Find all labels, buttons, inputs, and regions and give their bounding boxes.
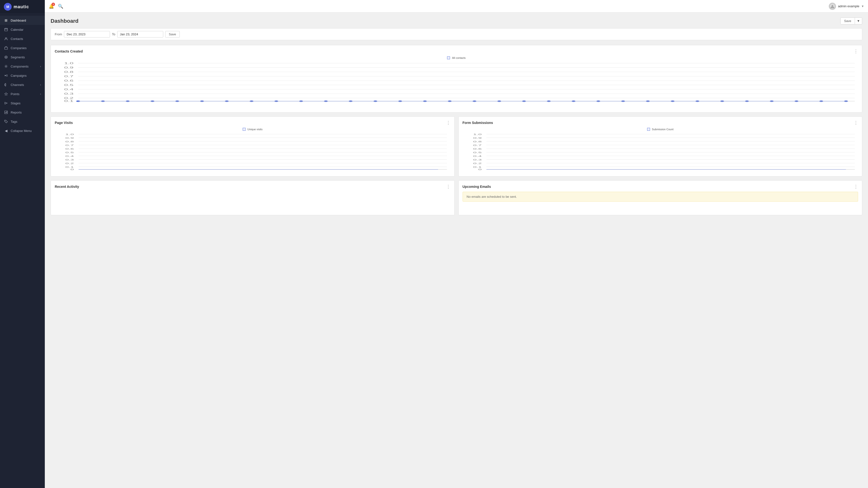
user-name: admin example (838, 4, 859, 8)
campaigns-icon (4, 73, 8, 78)
widget-row-activity-emails: Recent Activity ⋮ Upcoming Emails ⋮ No e… (51, 180, 862, 215)
svg-text:0.4: 0.4 (64, 88, 73, 91)
notification-bell[interactable]: 🔔 1 (49, 4, 54, 9)
sidebar-item-label: Reports (11, 110, 22, 114)
svg-text:0.9: 0.9 (65, 137, 74, 139)
svg-text:0.4: 0.4 (65, 155, 74, 157)
user-avatar (829, 3, 836, 10)
widget-header: Recent Activity ⋮ (55, 185, 451, 189)
save-button-group: Save ▼ (840, 18, 862, 25)
sidebar-item-channels[interactable]: Channels › (0, 80, 45, 89)
sidebar-item-label: Companies (11, 46, 27, 50)
save-dropdown-button[interactable]: ▼ (855, 18, 862, 24)
recent-activity-widget: Recent Activity ⋮ (51, 180, 455, 215)
date-save-button[interactable]: Save (165, 31, 180, 37)
main-wrapper: 🔔 1 🔍 admin example ▼ Dashboard Save ▼ F… (45, 0, 868, 488)
svg-marker-15 (5, 93, 8, 95)
svg-point-8 (5, 56, 7, 59)
legend-box (647, 128, 650, 131)
user-dropdown-icon[interactable]: ▼ (861, 5, 864, 8)
top-header: 🔔 1 🔍 admin example ▼ (45, 0, 868, 12)
sidebar-item-label: Components (11, 65, 29, 68)
form-submissions-widget: Form Submissions ⋮ Submission Count 1.0 … (459, 117, 862, 176)
sidebar-item-companies[interactable]: Companies (0, 43, 45, 53)
svg-text:0.8: 0.8 (473, 140, 482, 143)
form-submissions-chart: 1.0 0.9 0.8 0.7 0.6 0.5 0.4 0.3 0.2 0.1 … (463, 133, 858, 172)
calendar-icon (4, 27, 8, 32)
stages-icon (4, 101, 8, 105)
sidebar-navigation: ⊞ Dashboard Calendar Contacts Companies (0, 14, 45, 488)
svg-text:0.8: 0.8 (65, 140, 74, 143)
sidebar-item-label: Campaigns (11, 74, 27, 77)
sidebar-item-contacts[interactable]: Contacts (0, 34, 45, 43)
svg-text:1.0: 1.0 (64, 62, 73, 65)
widget-menu-button[interactable]: ⋮ (854, 49, 858, 54)
sidebar-item-label: Dashboard (11, 19, 26, 22)
sidebar-item-campaigns[interactable]: Campaigns (0, 71, 45, 80)
legend-box (243, 128, 246, 131)
page-content: Dashboard Save ▼ From To Save Contacts C… (45, 12, 868, 488)
sidebar-item-label: Collapse Menu (11, 129, 32, 133)
svg-text:0.6: 0.6 (64, 79, 73, 82)
save-button[interactable]: Save (841, 18, 855, 24)
date-filter-bar: From To Save (51, 28, 862, 40)
search-icon[interactable]: 🔍 (58, 4, 63, 9)
sidebar-item-label: Stages (11, 101, 20, 105)
widget-menu-button[interactable]: ⋮ (446, 121, 451, 125)
tags-icon (4, 119, 8, 124)
sidebar-item-label: Points (11, 92, 20, 96)
from-label: From (55, 32, 62, 36)
widget-menu-button[interactable]: ⋮ (854, 185, 858, 189)
svg-text:1.0: 1.0 (65, 133, 74, 135)
sidebar-item-stages[interactable]: Stages (0, 99, 45, 108)
segments-icon (4, 55, 8, 59)
chevron-right-icon: › (40, 84, 41, 86)
svg-text:0.2: 0.2 (64, 97, 73, 99)
widget-title: Page Visits (55, 121, 73, 125)
widget-header: Upcoming Emails ⋮ (463, 185, 858, 189)
widget-header: Page Visits ⋮ (55, 121, 451, 125)
sidebar-item-segments[interactable]: Segments (0, 53, 45, 62)
components-icon (4, 64, 8, 68)
legend-label: Submission Count (652, 128, 674, 131)
sidebar-logo[interactable]: M mautic (0, 0, 45, 14)
svg-text:M: M (6, 5, 9, 9)
chart-legend: Unique visits (55, 128, 451, 131)
dashboard-icon: ⊞ (4, 18, 8, 23)
recent-activity-content (55, 192, 451, 211)
svg-text:0.3: 0.3 (65, 159, 74, 161)
svg-text:0: 0 (70, 168, 74, 171)
svg-text:0.4: 0.4 (473, 155, 482, 157)
page-header: Dashboard Save ▼ (51, 18, 862, 25)
widget-menu-button[interactable]: ⋮ (854, 121, 858, 125)
from-date-input[interactable] (64, 31, 110, 37)
sidebar-item-dashboard[interactable]: ⊞ Dashboard (0, 16, 45, 25)
legend-label: Unique visits (248, 128, 262, 131)
user-info[interactable]: admin example ▼ (829, 3, 864, 10)
legend-box (447, 56, 450, 59)
to-label: To (112, 32, 115, 36)
sidebar-item-tags[interactable]: Tags (0, 117, 45, 126)
to-date-input[interactable] (117, 31, 163, 37)
sidebar-item-components[interactable]: Components › (0, 62, 45, 71)
svg-text:0.7: 0.7 (64, 75, 73, 78)
sidebar-item-points[interactable]: Points › (0, 89, 45, 99)
page-visits-chart: 1.0 0.9 0.8 0.7 0.6 0.5 0.4 0.3 0.2 0.1 … (55, 133, 451, 172)
svg-text:0: 0 (478, 168, 482, 171)
sidebar-item-collapse[interactable]: ◀ Collapse Menu (0, 126, 45, 135)
chart-legend: Submission Count (463, 128, 858, 131)
svg-text:0.7: 0.7 (65, 144, 74, 147)
sidebar-item-calendar[interactable]: Calendar (0, 25, 45, 34)
svg-text:0.1: 0.1 (64, 100, 73, 102)
svg-text:0.9: 0.9 (473, 137, 482, 139)
contacts-chart: 1.0 0.9 0.8 0.7 0.6 0.5 0.4 0.3 0.2 0.1 (55, 61, 858, 108)
sidebar: M mautic ⊞ Dashboard Calendar Contacts C… (0, 0, 45, 488)
page-title: Dashboard (51, 18, 79, 24)
svg-point-9 (6, 57, 7, 58)
widget-title: Form Submissions (463, 121, 493, 125)
sidebar-item-reports[interactable]: Reports (0, 108, 45, 117)
collapse-icon: ◀ (4, 129, 8, 133)
widget-menu-button[interactable]: ⋮ (446, 185, 451, 189)
svg-text:0.5: 0.5 (473, 151, 482, 154)
svg-text:0.6: 0.6 (65, 148, 74, 150)
